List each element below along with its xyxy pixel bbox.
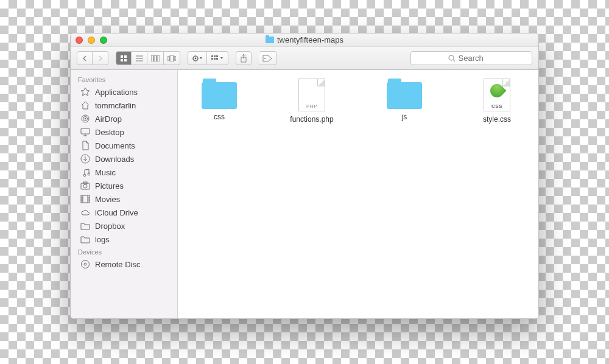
disc-icon [80,259,90,269]
file-item[interactable]: PHP functions.php [281,79,342,124]
svg-point-22 [264,58,266,59]
svg-rect-3 [124,59,127,61]
svg-rect-7 [151,55,153,61]
css-file-icon: CSS [484,79,510,111]
list-view-button[interactable] [132,51,147,65]
svg-rect-19 [214,58,216,60]
file-type-tag: CSS [491,103,502,109]
sidebar-item-label: Documents [95,141,135,150]
sidebar-item-label: Downloads [95,155,134,164]
file-item[interactable]: css [189,79,250,121]
svg-rect-20 [216,58,218,60]
search-icon [448,55,456,62]
back-button[interactable] [77,51,93,65]
finder-window: twentyfifteen-maps [70,33,539,319]
sidebar-header-devices: Devices [71,246,177,257]
folder-icon [202,82,237,109]
sidebar: Favorites Applications tommcfarlin AirDr… [71,70,178,318]
svg-rect-10 [167,57,169,60]
sidebar-item-label: tommcfarlin [95,101,136,110]
sidebar-item-desktop[interactable]: Desktop [71,125,177,139]
search-field[interactable] [410,51,532,65]
folder-icon [80,234,90,244]
svg-point-14 [195,57,197,59]
icon-view-button[interactable] [116,51,132,65]
window-title-text: twentyfifteen-maps [277,35,343,44]
toolbar [71,47,538,70]
file-name: functions.php [290,115,333,124]
coverflow-view-button[interactable] [164,51,180,65]
sidebar-item-label: Applications [95,88,138,97]
sidebar-item-label: Dropbox [95,222,125,231]
file-item[interactable]: CSS style.css [466,79,527,124]
close-button[interactable] [76,37,83,44]
action-button[interactable] [188,51,207,65]
applications-icon [80,87,90,97]
folder-icon [80,221,90,231]
svg-rect-17 [216,55,218,57]
php-file-icon: PHP [298,79,325,111]
desktop-icon [80,127,90,137]
svg-rect-16 [214,55,216,57]
minimize-button[interactable] [88,37,95,44]
documents-icon [80,141,90,150]
nav-buttons [77,51,108,65]
folder-icon [266,37,274,43]
sidebar-item-label: AirDrop [95,114,122,124]
svg-rect-0 [121,55,123,58]
svg-rect-8 [154,55,157,61]
file-name: js [402,113,407,121]
svg-point-45 [84,263,86,265]
file-grid[interactable]: css PHP functions.php js CSS style.c [178,70,538,318]
action-arrange-group [188,51,228,65]
sidebar-item-pictures[interactable]: Pictures [71,179,177,192]
svg-rect-2 [121,59,123,61]
pictures-icon [80,181,90,191]
view-buttons [116,51,180,65]
search-input[interactable] [459,54,495,63]
sidebar-item-airdrop[interactable]: AirDrop [71,112,177,125]
sidebar-item-label: Music [95,168,116,177]
svg-rect-1 [124,55,127,58]
sidebar-item-movies[interactable]: Movies [71,192,177,206]
svg-rect-12 [174,57,176,60]
window-title: twentyfifteen-maps [266,35,343,44]
svg-rect-28 [81,128,90,134]
airdrop-icon [80,114,90,124]
music-icon [80,167,90,177]
file-name: style.css [483,115,511,124]
svg-rect-18 [211,58,213,60]
sidebar-item-label: Desktop [95,128,124,137]
sidebar-item-dropbox[interactable]: Dropbox [71,219,177,233]
svg-point-33 [83,184,87,188]
file-item[interactable]: js [374,79,435,121]
sidebar-item-logs[interactable]: logs [71,233,177,246]
arrange-button[interactable] [207,51,228,65]
tags-button[interactable] [259,51,276,65]
traffic-lights [76,37,107,44]
sidebar-item-applications[interactable]: Applications [71,85,177,99]
sidebar-item-downloads[interactable]: Downloads [71,152,177,166]
sidebar-item-label: Movies [95,195,120,204]
folder-icon [387,82,422,109]
sidebar-item-remote-disc[interactable]: Remote Disc [71,257,177,271]
column-view-button[interactable] [147,51,164,65]
svg-rect-15 [211,55,213,57]
sidebar-item-icloud[interactable]: iCloud Drive [71,206,177,219]
sidebar-item-label: Remote Disc [95,260,140,269]
sidebar-item-label: logs [95,235,110,244]
downloads-icon [80,154,90,164]
movies-icon [80,194,90,204]
share-button[interactable] [236,51,252,65]
svg-rect-9 [157,55,160,61]
sidebar-item-label: iCloud Drive [95,208,138,217]
svg-line-24 [453,60,455,61]
forward-button[interactable] [93,51,108,65]
sidebar-item-home[interactable]: tommcfarlin [71,99,177,112]
svg-rect-11 [170,55,174,61]
sidebar-item-documents[interactable]: Documents [71,139,177,152]
titlebar: twentyfifteen-maps [71,33,538,47]
content-area: Favorites Applications tommcfarlin AirDr… [71,70,538,318]
sidebar-item-music[interactable]: Music [71,166,177,179]
zoom-button[interactable] [100,37,107,44]
